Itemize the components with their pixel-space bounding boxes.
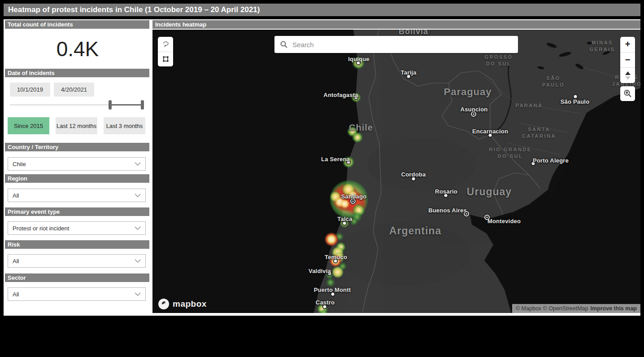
risk-dropdown-value: All [13,258,19,264]
preset-last-12-months-button[interactable]: Last 12 months [56,117,97,134]
risk-filter-header: Risk [5,240,149,249]
region-filter-header: Region [5,174,149,183]
sector-filter-header: Sector [5,273,149,282]
lasso-select-button[interactable] [158,37,173,52]
box-select-button[interactable] [158,52,173,67]
date-slider-handle-start[interactable] [109,100,112,110]
map-selection-tools [158,37,173,66]
main-panel: Total count of incidents 0.4K Date of in… [4,19,640,316]
search-location-icon [623,89,632,98]
dashboard: Heatmap of protest incidents in Chile (1… [0,0,644,357]
country-filter-header: Country / Territory [5,143,149,151]
chevron-down-icon [135,259,141,263]
country-dropdown[interactable]: Chile [8,157,146,171]
map-attribution: © Mapbox © OpenStreetMap Improve this ma… [512,304,640,313]
chevron-down-icon [135,292,141,296]
date-filter-header: Date of incidents [5,69,149,77]
zoom-out-button[interactable]: − [620,52,635,68]
preset-last-3-months-button[interactable]: Last 3 months [104,117,145,134]
sector-dropdown-value: All [13,291,19,298]
mapbox-wordmark: mapbox [173,299,207,309]
lasso-select-icon [162,40,170,48]
risk-dropdown[interactable]: All [8,254,146,268]
zoom-in-button[interactable]: + [620,37,635,52]
total-incidents-value: 0.4K [4,36,152,62]
chevron-down-icon [135,226,141,230]
event-type-dropdown-value: Protest or riot incident [13,225,69,232]
chevron-down-icon [135,162,141,166]
date-start-input[interactable]: 10/1/2019 [10,83,50,97]
mapbox-logo[interactable]: mapbox [158,298,207,310]
improve-map-link[interactable]: Improve this map [591,305,637,312]
search-input[interactable] [292,41,513,48]
attribution-text[interactable]: © Mapbox © OpenStreetMap [516,305,588,312]
chevron-down-icon [135,194,141,198]
event-type-dropdown[interactable]: Protest or riot incident [8,221,146,235]
map-zoom-controls: + − [620,37,635,83]
basemap-svg [152,30,640,313]
preset-since-2015-button[interactable]: Since 2015 [8,117,49,134]
map-card-header: Incidents heatmap [152,20,640,29]
search-icon [280,40,288,48]
mapbox-logo-icon [158,298,170,310]
page-title: Heatmap of protest incidents in Chile (1… [4,4,640,16]
country-dropdown-value: Chile [13,161,26,167]
pitch-toggle-button[interactable] [620,67,635,83]
region-dropdown[interactable]: All [8,189,146,202]
box-select-icon [162,56,169,62]
region-dropdown-value: All [13,192,19,199]
sector-dropdown[interactable]: All [8,287,146,301]
date-end-input[interactable]: 4/20/2021 [54,83,94,97]
kpi-card-header: Total count of incidents [5,20,149,29]
geocoder-button[interactable] [620,86,635,101]
map-search-box [274,36,518,53]
date-slider-handle-end[interactable] [141,100,144,110]
pitch-icon [625,71,631,80]
event-type-filter-header: Primary event type [5,207,149,216]
date-slider-range [111,104,143,106]
map-canvas[interactable]: BoliviaChileParaguayUruguayArgentinaGROS… [152,30,640,313]
